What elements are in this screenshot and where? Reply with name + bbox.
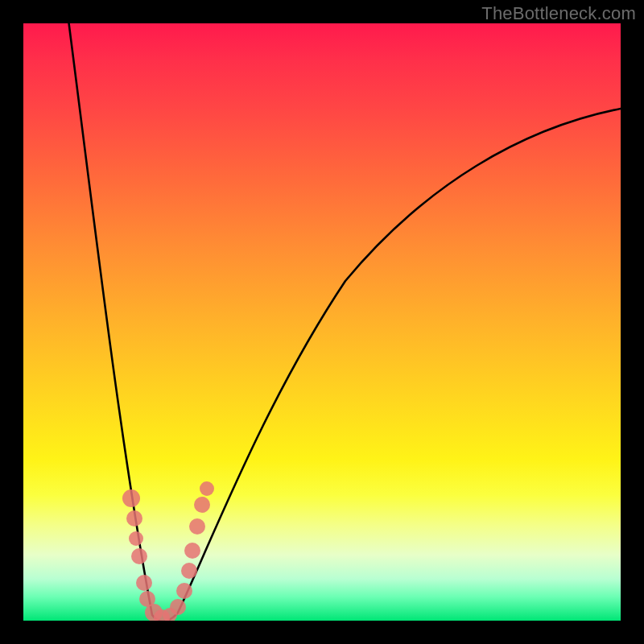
watermark-text: TheBottleneck.com: [481, 3, 636, 24]
plot-area: [23, 23, 621, 621]
data-point: [136, 575, 152, 591]
data-point: [200, 481, 214, 496]
data-point: [129, 531, 143, 546]
data-point: [126, 510, 142, 526]
data-point: [170, 599, 186, 615]
data-point: [122, 489, 140, 507]
chart-svg: [23, 23, 621, 621]
data-points: [122, 481, 214, 621]
data-point: [189, 518, 205, 535]
outer-frame: TheBottleneck.com: [0, 0, 644, 644]
data-point: [194, 497, 210, 513]
bottleneck-curve: [67, 23, 621, 621]
data-point: [181, 563, 197, 579]
data-point: [176, 583, 192, 599]
data-point: [184, 543, 200, 559]
data-point: [131, 548, 147, 564]
